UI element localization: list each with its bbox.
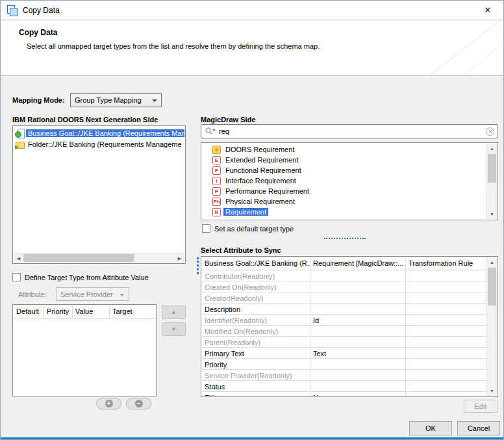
ok-button[interactable]: OK	[409, 421, 452, 435]
arrow-down-icon: ▼	[171, 326, 177, 332]
scrollbar-thumb[interactable]	[23, 254, 134, 262]
target-cell	[310, 337, 406, 347]
tree-item-label: Requirement	[223, 208, 268, 216]
attribute-cell: Contributor(Readonly)	[202, 270, 310, 281]
tree-item[interactable]: EExtended Requirement	[202, 155, 486, 165]
attribute-cell: Primary Text	[202, 348, 310, 358]
define-target-checkbox-row[interactable]: Define Target Type from Attribute Value	[12, 273, 149, 281]
default-target-checkbox-row[interactable]: Set as default target type	[202, 224, 294, 233]
attribute-cell: Modified On(Readonly)	[202, 326, 310, 336]
requirement-type-icon: R	[212, 208, 221, 216]
tree-item[interactable]: PhPhysical Requirement	[202, 196, 486, 207]
search-input[interactable]	[219, 127, 482, 135]
column-header-default[interactable]: Default	[14, 305, 44, 318]
requirement-type-icon: E	[212, 156, 221, 164]
scroll-down-icon[interactable]: ▼	[487, 386, 497, 396]
move-down-button[interactable]: ▼	[162, 322, 186, 336]
tree-item[interactable]: RRequirement	[202, 207, 486, 217]
column-header-priority[interactable]: Priority	[44, 305, 73, 318]
tree-item[interactable]: IInterface Requirement	[202, 175, 486, 186]
table-row[interactable]: Creator(Readonly)	[202, 292, 486, 304]
cancel-button[interactable]: Cancel	[457, 421, 500, 435]
doors-side-title: IBM Rational DOORS Next Generation Side	[12, 116, 158, 123]
table-row[interactable]: TitleName	[202, 392, 486, 396]
target-cell	[310, 381, 406, 391]
list-item[interactable]: Folder::/JKE Banking (Requirements Manag…	[14, 138, 184, 149]
attribute-cell: Description	[202, 304, 310, 314]
default-target-checkbox[interactable]	[202, 224, 210, 233]
list-item-label: Folder::/JKE Banking (Requirements Manag…	[26, 140, 184, 148]
rule-cell	[406, 359, 486, 369]
target-cell	[310, 281, 406, 292]
column-header-rule[interactable]: Transformation Rule	[406, 257, 486, 270]
dialog-header: Copy Data Select all unmapped target typ…	[1, 21, 503, 76]
table-row[interactable]: Contributor(Readonly)	[202, 270, 486, 281]
plus-icon: +	[105, 400, 113, 408]
tree-item[interactable]: ≡DOORS Requirement	[202, 144, 486, 155]
chevron-down-icon	[120, 294, 125, 296]
attribute-cell: Created On(Readonly)	[202, 281, 310, 292]
move-up-button[interactable]: ▲	[162, 305, 186, 319]
rule-cell	[406, 315, 486, 325]
target-cell	[310, 292, 406, 303]
attribute-select: Service Provider	[56, 287, 129, 301]
clear-search-icon[interactable]	[486, 127, 494, 136]
table-row[interactable]: Primary TextText	[202, 348, 486, 359]
horizontal-scrollbar[interactable]: ◀ ▶	[14, 253, 184, 263]
list-item[interactable]: Business Goal::/JKE Banking (Requirement…	[14, 127, 184, 138]
table-row[interactable]: Created On(Readonly)	[202, 281, 486, 292]
define-target-checkbox[interactable]	[12, 273, 21, 281]
vertical-scrollbar[interactable]: ▲ ▼	[486, 257, 497, 396]
scrollbar-thumb[interactable]	[488, 268, 496, 305]
rule-cell	[406, 370, 486, 380]
close-icon[interactable]: ✕	[479, 5, 497, 15]
type-search-box[interactable]	[201, 124, 498, 138]
scroll-up-icon[interactable]: ▲	[487, 144, 497, 153]
column-header-target[interactable]: Requirement [MagicDraw::...	[310, 257, 406, 270]
folder-icon	[15, 140, 24, 149]
window-bottom-accent	[1, 437, 503, 439]
table-row[interactable]: Priority	[202, 359, 486, 370]
tree-item[interactable]: FFunctional Requirement	[202, 165, 486, 175]
target-cell: Name	[310, 392, 406, 396]
magicdraw-side-title: MagicDraw Side	[201, 116, 255, 123]
doors-type-list[interactable]: Business Goal::/JKE Banking (Requirement…	[12, 125, 186, 264]
edit-button[interactable]: Edit	[464, 400, 498, 413]
scrollbar-thumb[interactable]	[488, 154, 496, 183]
scroll-up-icon[interactable]: ▲	[487, 257, 497, 267]
add-row-button[interactable]: +	[96, 398, 121, 409]
tree-item-label: Functional Requirement	[223, 166, 303, 174]
scroll-right-icon[interactable]: ▶	[175, 253, 184, 263]
magicdraw-type-tree[interactable]: ≡DOORS RequirementEExtended RequirementF…	[201, 142, 498, 220]
dotted-separator	[324, 238, 366, 239]
rule-cell	[406, 392, 486, 396]
sync-table-body: Contributor(Readonly)Created On(Readonly…	[202, 270, 486, 396]
target-cell	[310, 270, 406, 281]
column-header-value[interactable]: Value	[73, 305, 110, 318]
scroll-down-icon[interactable]: ▼	[487, 209, 497, 219]
dialog-body: Mapping Mode: Group Type Mapping IBM Rat…	[1, 77, 503, 439]
table-row[interactable]: Service Provider(Readonly)	[202, 370, 486, 381]
table-row[interactable]: Modified On(Readonly)	[202, 326, 486, 337]
value-mapping-table[interactable]: Default Priority Value Target	[12, 304, 157, 396]
requirement-type-icon: F	[212, 166, 221, 175]
window-title: Copy Data	[23, 6, 60, 15]
table-row[interactable]: Description	[202, 304, 486, 315]
table-row[interactable]: Status	[202, 381, 486, 392]
tree-item[interactable]: PPerformance Requirement	[202, 186, 486, 196]
column-header-target[interactable]: Target	[110, 305, 155, 318]
mapping-mode-select[interactable]: Group Type Mapping	[70, 93, 162, 107]
column-header-source[interactable]: Business Goal::/JKE Banking (R...	[202, 257, 310, 270]
mapping-mode-value: Group Type Mapping	[75, 96, 142, 104]
attribute-sync-table[interactable]: Business Goal::/JKE Banking (R... Requir…	[201, 256, 498, 397]
requirement-type-icon: ≡	[212, 146, 221, 154]
page-description: Select all unmapped target types from th…	[27, 42, 320, 50]
table-row[interactable]: Identifier(Readonly)Id	[202, 315, 486, 326]
vertical-scrollbar[interactable]: ▲ ▼	[486, 144, 497, 219]
scroll-left-icon[interactable]: ◀	[14, 253, 23, 263]
page-title: Copy Data	[19, 28, 57, 37]
business-goal-icon	[15, 129, 24, 138]
remove-row-button[interactable]: −	[126, 398, 151, 409]
table-row[interactable]: Parent(Readonly)	[202, 337, 486, 348]
md-tree-rows: ≡DOORS RequirementEExtended RequirementF…	[202, 144, 486, 219]
